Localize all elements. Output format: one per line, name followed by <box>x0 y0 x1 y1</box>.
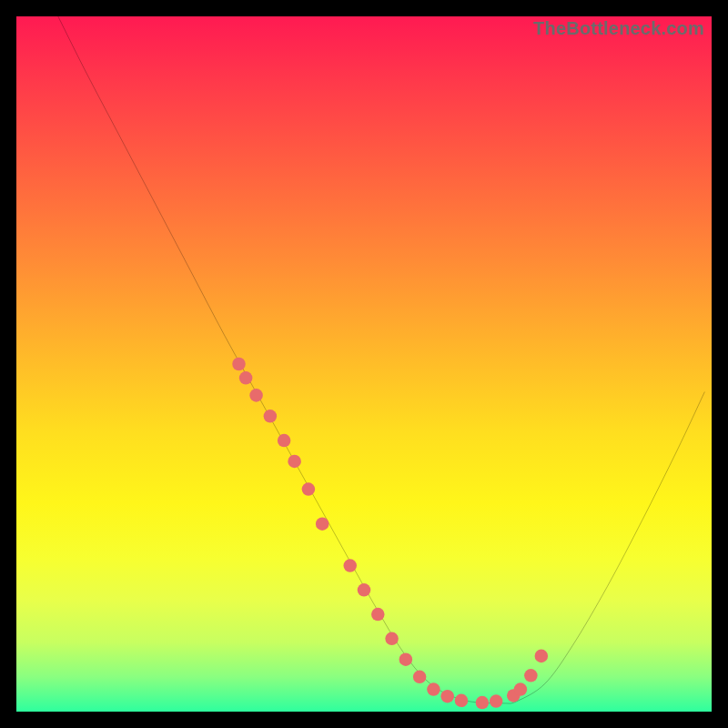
highlight-dot <box>413 671 427 684</box>
highlight-dot <box>427 682 440 696</box>
highlight-dot <box>316 517 329 531</box>
highlight-dot <box>385 632 399 646</box>
highlight-dot <box>514 682 528 696</box>
bottleneck-curve <box>58 16 705 703</box>
highlight-dot <box>399 652 413 666</box>
highlight-dot <box>358 583 371 597</box>
highlight-dot <box>264 410 278 423</box>
highlight-dot <box>239 371 253 385</box>
highlight-dot <box>524 669 538 682</box>
curve-svg <box>16 16 712 712</box>
highlight-dot <box>371 608 385 622</box>
highlight-dots <box>232 358 548 710</box>
highlight-dot <box>302 482 316 496</box>
highlight-dot <box>288 455 301 469</box>
plot-area: TheBottleneck.com <box>16 16 712 712</box>
highlight-dot <box>490 694 503 708</box>
highlight-dot <box>535 650 549 663</box>
highlight-dot <box>455 694 469 708</box>
highlight-dot <box>278 434 291 448</box>
highlight-dot <box>343 559 357 572</box>
highlight-dot <box>440 690 454 703</box>
highlight-dot <box>249 389 263 402</box>
highlight-dot <box>476 696 490 710</box>
chart-frame: TheBottleneck.com <box>0 0 728 728</box>
highlight-dot <box>232 358 246 371</box>
